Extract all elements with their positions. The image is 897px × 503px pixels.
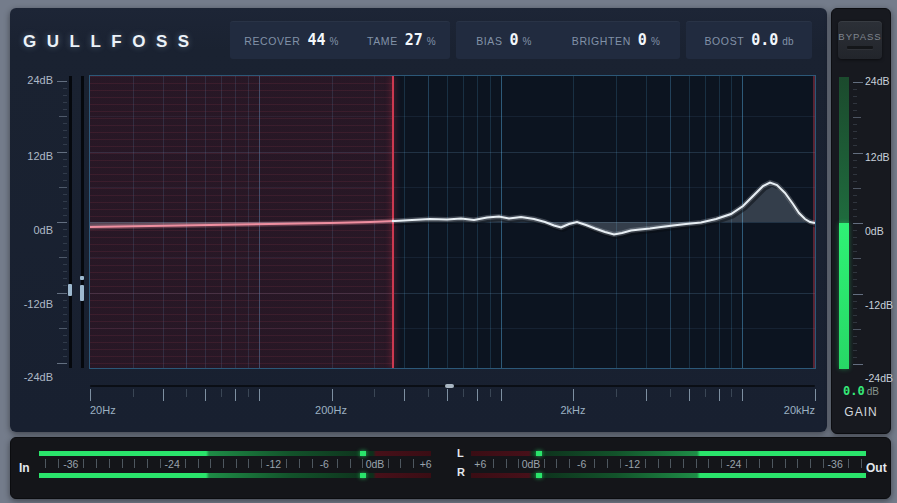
freq-tick [163, 389, 164, 401]
meter-scale-label: +6 [474, 458, 486, 470]
meter-tick [223, 459, 224, 468]
tick [853, 343, 857, 344]
tick [853, 286, 857, 287]
tick [63, 144, 67, 145]
meter-scale-label: 0dB [522, 458, 541, 470]
meter-tick [337, 459, 338, 468]
tick [853, 124, 857, 125]
gain-meter-dark-segment [839, 77, 849, 223]
right-channel-label: R [457, 466, 465, 478]
freq-tick [186, 389, 187, 397]
meter-tick [620, 459, 621, 468]
gain-scale-0: 0dB [865, 225, 889, 237]
meter-scale-label: 0dB [366, 458, 385, 470]
tick [63, 250, 67, 251]
meter-tick [810, 459, 811, 468]
recover-control[interactable]: RECOVER 44 % [244, 31, 338, 49]
freq-tick [447, 389, 448, 401]
gain-panel: BYPASS 24dB 12dB 0dB -12dB -24dB 0.0dB G… [831, 8, 891, 434]
level-strip-marker-left [68, 284, 72, 296]
left-channel-label: L [457, 447, 464, 459]
brighten-control[interactable]: BRIGHTEN 0 % [572, 31, 660, 49]
meter-tick [134, 459, 135, 468]
curve-glow-left [90, 183, 815, 235]
tick [853, 103, 857, 104]
tame-control[interactable]: TAME 27 % [367, 31, 436, 49]
meter-bar [39, 473, 431, 478]
meter-tick [708, 459, 709, 468]
tick [853, 272, 857, 273]
meter-tick [350, 459, 351, 468]
meter-tick [198, 459, 199, 468]
meter-tick [848, 459, 849, 468]
db-axis-label-24: 24dB [10, 74, 53, 86]
tame-value: 27 [405, 31, 423, 49]
tick [853, 209, 857, 210]
meter-tick [160, 459, 161, 468]
freq-tick [404, 389, 405, 401]
gain-meter-bar [839, 77, 849, 369]
tick [853, 138, 857, 139]
boost-label: BOOST [705, 35, 745, 47]
tick [63, 88, 67, 89]
tick [63, 236, 67, 237]
meter-scale-label: -6 [577, 458, 586, 470]
meter-tick [388, 459, 389, 468]
meter-tick [683, 459, 684, 468]
tick [853, 329, 861, 330]
meter-tick [122, 459, 123, 468]
tick [63, 215, 67, 216]
tick [63, 335, 67, 336]
freq-tick [719, 389, 720, 401]
freq-tick [731, 389, 732, 397]
freq-label-200hz: 200Hz [315, 404, 347, 416]
meter-tick [248, 459, 249, 468]
meter-tick [400, 459, 401, 468]
freq-tick [235, 389, 236, 401]
bypass-underline [847, 46, 873, 49]
freq-tick [259, 389, 260, 401]
recover-unit: % [329, 36, 338, 47]
focus-slider-track[interactable] [90, 385, 815, 387]
meter-scale-label: -36 [63, 458, 78, 470]
tick [853, 153, 863, 154]
tick [853, 301, 857, 302]
meter-tick [607, 459, 608, 468]
brighten-label: BRIGHTEN [572, 35, 631, 47]
tick [853, 188, 861, 189]
meter-tick [413, 459, 414, 468]
input-level-strip-right [81, 76, 84, 368]
gullfoss-plugin-window: GULLFOSS RECOVER 44 % TAME 27 % BIAS 0 %… [0, 0, 897, 503]
meter-tick [518, 459, 519, 468]
tick [63, 137, 67, 138]
tick [57, 293, 67, 294]
meter-tick [785, 459, 786, 468]
tick [57, 81, 67, 82]
meter-tick [185, 459, 186, 468]
tick [853, 131, 857, 132]
bypass-button[interactable]: BYPASS [838, 21, 882, 59]
boost-control[interactable]: BOOST 0.0 db [705, 31, 794, 49]
freq-tick [573, 389, 574, 401]
freq-tick [133, 389, 134, 397]
freq-tick [205, 389, 206, 401]
freq-tick [815, 389, 816, 401]
gain-value-readout[interactable]: 0.0dB [832, 381, 890, 399]
tick [59, 257, 67, 258]
gain-scale-24: 24dB [865, 75, 889, 87]
eq-frequency-display [89, 75, 816, 369]
tick [63, 314, 67, 315]
tick [63, 229, 67, 230]
bias-control[interactable]: BIAS 0 % [476, 31, 531, 49]
tick [853, 160, 857, 161]
tick [63, 356, 67, 357]
focus-slider-handle[interactable] [445, 384, 454, 388]
tick [63, 130, 67, 131]
meter-tick [696, 459, 697, 468]
gain-meter-bright-segment [839, 223, 849, 369]
tick [853, 145, 857, 146]
tick [63, 109, 67, 110]
meter-tick [58, 459, 59, 468]
gain-scale-12: 12dB [865, 151, 889, 163]
freq-tick [689, 389, 690, 401]
